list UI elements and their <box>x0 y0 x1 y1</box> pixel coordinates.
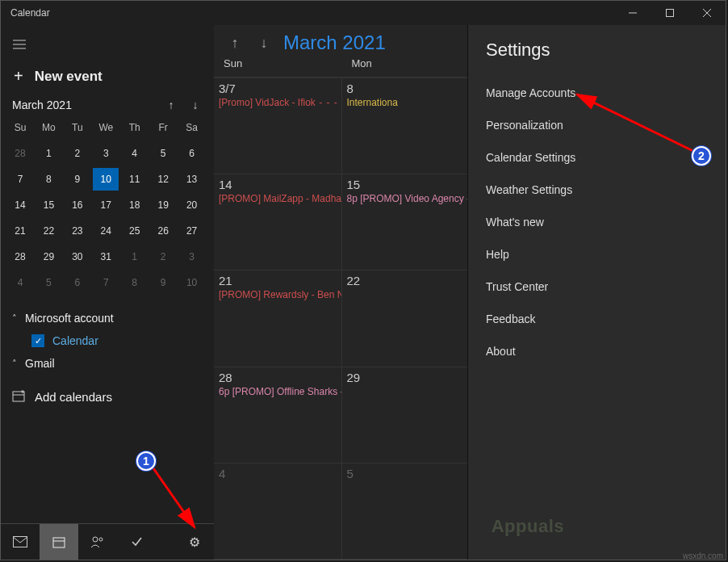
mini-day-cell[interactable]: 9 <box>150 271 176 294</box>
close-button[interactable] <box>688 1 726 25</box>
mini-day-cell[interactable]: 10 <box>93 168 119 191</box>
mini-day-cell[interactable]: 14 <box>7 194 33 216</box>
mini-day-cell[interactable]: 5 <box>36 271 61 294</box>
event-item[interactable]: [PROMO] MailZapp - Madhav Dutta & Dr S <box>219 193 337 204</box>
event-item[interactable]: Internationa <box>347 97 465 108</box>
mini-dow: Fr <box>150 116 176 139</box>
mini-day-cell[interactable]: 26 <box>150 220 176 242</box>
mini-day-cell[interactable]: 6 <box>65 271 90 294</box>
day-cell[interactable]: 158p [PROMO] Video Agency - Mari <box>342 174 471 270</box>
day-cell[interactable]: 29 <box>342 367 471 463</box>
mini-next-button[interactable]: ↓ <box>185 99 206 111</box>
day-cell[interactable]: 22 <box>342 271 471 366</box>
settings-item[interactable]: Weather Settings <box>486 174 708 206</box>
mini-day-cell[interactable]: 20 <box>179 194 205 216</box>
day-cell[interactable]: 4 <box>214 463 342 559</box>
svg-rect-11 <box>14 537 27 547</box>
mini-day-cell[interactable]: 29 <box>36 245 61 268</box>
mini-day-cell[interactable]: 22 <box>36 220 61 242</box>
settings-item[interactable]: Trust Center <box>486 271 708 303</box>
new-event-button[interactable]: + New event <box>1 59 214 95</box>
mini-day-cell[interactable]: 16 <box>65 194 90 216</box>
event-item[interactable]: [PROMO] Rewardsly - Ben N <box>219 289 337 300</box>
mini-day-cell[interactable]: 19 <box>150 194 176 216</box>
mini-day-cell[interactable]: 5 <box>150 142 176 165</box>
day-number: 15 <box>347 178 465 191</box>
account-gmail[interactable]: ˄ Gmail <box>12 352 203 375</box>
mini-day-cell[interactable]: 3 <box>93 142 119 165</box>
annotation-badge-2: 2 <box>692 146 711 166</box>
event-item[interactable]: 8p [PROMO] Video Agency - Mari <box>347 193 465 204</box>
day-header: Sun <box>214 57 342 72</box>
minimize-button[interactable] <box>614 1 651 25</box>
mini-day-cell[interactable]: 4 <box>122 142 148 165</box>
settings-item[interactable]: Calendar Settings <box>486 141 708 174</box>
prev-month-button[interactable]: ↑ <box>225 35 245 52</box>
settings-item[interactable]: Feedback <box>486 303 708 335</box>
mini-dow: Th <box>122 116 148 139</box>
mini-day-cell[interactable]: 10 <box>179 271 205 294</box>
day-cell[interactable]: 286p [PROMO] Offline Sharks - Nick & Tom <box>214 367 342 463</box>
day-cell[interactable]: 14[PROMO] MailZapp - Madhav Dutta & Dr S <box>214 174 342 270</box>
mini-day-cell[interactable]: 6 <box>179 142 205 165</box>
watermark: Appuals <box>492 516 564 537</box>
mini-day-cell[interactable]: 23 <box>65 220 90 242</box>
settings-item[interactable]: Manage Accounts <box>486 77 708 109</box>
day-header: Mon <box>342 57 471 72</box>
mini-day-cell[interactable]: 8 <box>36 168 61 191</box>
checkbox-icon: ✓ <box>31 334 44 347</box>
calendar-nav-button[interactable] <box>40 524 78 560</box>
mini-day-cell[interactable]: 2 <box>150 245 176 268</box>
mini-prev-button[interactable]: ↑ <box>161 99 182 111</box>
day-cell[interactable]: 5 <box>342 463 471 559</box>
mini-day-cell[interactable]: 15 <box>36 194 61 216</box>
mini-day-cell[interactable]: 17 <box>93 194 119 216</box>
mini-day-cell[interactable]: 12 <box>150 168 176 191</box>
hamburger-button[interactable] <box>1 30 38 59</box>
maximize-button[interactable] <box>651 1 688 25</box>
mini-day-cell[interactable]: 21 <box>7 220 33 242</box>
mini-day-cell[interactable]: 7 <box>7 168 33 191</box>
mini-day-cell[interactable]: 11 <box>122 168 148 191</box>
event-item[interactable]: 6p [PROMO] Offline Sharks - Nick & Tom <box>219 386 337 397</box>
mini-day-cell[interactable]: 13 <box>179 168 205 191</box>
settings-title: Settings <box>486 40 708 61</box>
site-credit: wsxdn.com <box>683 552 723 560</box>
mini-day-cell[interactable]: 1 <box>122 245 148 268</box>
mini-day-cell[interactable]: 31 <box>93 245 119 268</box>
account-microsoft[interactable]: ˄ Microsoft account <box>12 307 203 329</box>
mini-calendar-header: March 2021 ↑ ↓ <box>1 95 214 115</box>
mini-day-cell[interactable]: 7 <box>93 271 119 294</box>
mini-day-cell[interactable]: 25 <box>122 220 148 242</box>
svg-rect-1 <box>667 10 674 17</box>
mini-day-cell[interactable]: 28 <box>7 142 33 165</box>
next-month-button[interactable]: ↓ <box>254 35 274 52</box>
day-cell[interactable]: 8Internationa <box>342 78 471 174</box>
mini-day-cell[interactable]: 4 <box>7 271 33 294</box>
mail-nav-button[interactable] <box>1 524 40 560</box>
settings-item[interactable]: Personalization <box>486 109 708 141</box>
mini-day-cell[interactable]: 1 <box>36 142 61 165</box>
mini-dow: Sa <box>179 116 205 139</box>
day-cell[interactable]: 21[PROMO] Rewardsly - Ben N <box>214 271 342 366</box>
mini-day-cell[interactable]: 30 <box>65 245 90 268</box>
mini-day-cell[interactable]: 2 <box>65 142 90 165</box>
todo-nav-button[interactable] <box>117 524 156 560</box>
people-nav-button[interactable] <box>78 524 117 560</box>
settings-item[interactable]: About <box>486 335 708 367</box>
mini-day-cell[interactable]: 28 <box>7 245 33 268</box>
day-cell[interactable]: 3/7[Promo] VidJack - Ifiok <box>214 78 342 174</box>
add-calendars-button[interactable]: Add calendars <box>1 380 214 414</box>
mini-day-cell[interactable]: 27 <box>179 220 205 242</box>
settings-item[interactable]: Help <box>486 238 708 271</box>
mini-day-cell[interactable]: 18 <box>122 194 148 216</box>
mini-day-cell[interactable]: 24 <box>93 220 119 242</box>
settings-nav-button[interactable]: ⚙ <box>175 524 214 560</box>
mini-day-cell[interactable]: 8 <box>122 271 148 294</box>
settings-item[interactable]: What's new <box>486 206 708 238</box>
mini-month-label: March 2021 <box>12 99 72 111</box>
mini-day-cell[interactable]: 9 <box>65 168 90 191</box>
calendar-checkbox[interactable]: ✓ Calendar <box>12 329 203 352</box>
event-item[interactable]: [Promo] VidJack - Ifiok <box>219 97 337 108</box>
mini-day-cell[interactable]: 3 <box>179 245 205 268</box>
